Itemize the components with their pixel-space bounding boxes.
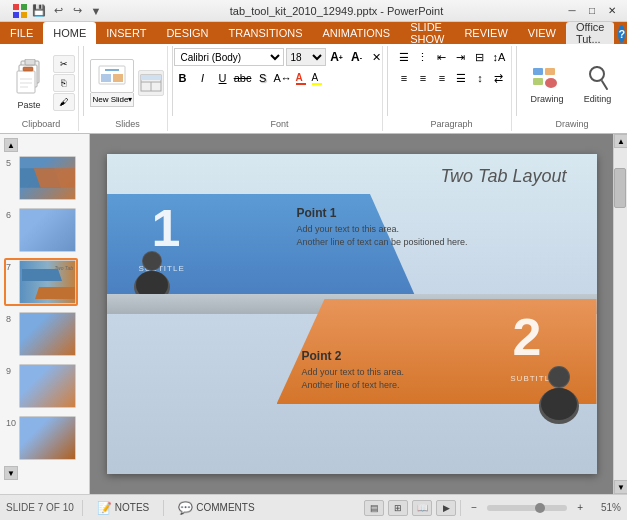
- tab-view[interactable]: VIEW: [518, 22, 566, 44]
- slide-thumb-7[interactable]: 7 Two Tab: [4, 258, 78, 306]
- undo-quick-btn[interactable]: ↩: [50, 3, 66, 19]
- tab2-figure: [532, 364, 587, 429]
- point2-line2: Another line of text here.: [302, 379, 405, 392]
- maximize-btn[interactable]: □: [583, 3, 601, 19]
- slide-thumb-5[interactable]: 5: [4, 154, 78, 202]
- clipboard-label: Clipboard: [22, 117, 61, 129]
- tab-slideshow[interactable]: SLIDE SHOW: [400, 22, 454, 44]
- slideshow-btn[interactable]: ▶: [436, 500, 456, 516]
- svg-rect-20: [533, 68, 543, 75]
- font-label: Font: [271, 117, 289, 129]
- shadow-btn[interactable]: S: [254, 69, 272, 87]
- italic-btn[interactable]: I: [194, 69, 212, 87]
- svg-rect-14: [101, 74, 111, 82]
- vscroll-down[interactable]: ▼: [614, 480, 627, 494]
- quick-access-toolbar: 💾 ↩ ↪ ▼: [6, 3, 110, 19]
- zoom-out-btn[interactable]: −: [465, 501, 483, 514]
- justify-btn[interactable]: ☰: [452, 69, 470, 87]
- redo-quick-btn[interactable]: ↪: [69, 3, 85, 19]
- customize-quick-btn[interactable]: ▼: [88, 3, 104, 19]
- vscroll-track[interactable]: [614, 148, 627, 480]
- underline-btn[interactable]: U: [214, 69, 232, 87]
- tab-design[interactable]: DESIGN: [156, 22, 218, 44]
- para-row-1: ☰ ⋮ ⇤ ⇥ ⊟ ↕A: [395, 48, 508, 66]
- tab-office[interactable]: Office Tut...: [566, 22, 615, 44]
- clear-format-btn[interactable]: ✕: [368, 48, 386, 66]
- panel-scroll-down[interactable]: ▼: [4, 466, 18, 480]
- notes-btn[interactable]: 📝 NOTES: [91, 500, 155, 516]
- tab-file[interactable]: FILE: [0, 22, 43, 44]
- close-btn[interactable]: ✕: [603, 3, 621, 19]
- columns-btn[interactable]: ⊟: [471, 48, 489, 66]
- tab-insert[interactable]: INSERT: [96, 22, 156, 44]
- font-color-btn[interactable]: A: [296, 72, 306, 85]
- align-center-btn[interactable]: ≡: [414, 69, 432, 87]
- zoom-thumb[interactable]: [535, 503, 545, 513]
- bold-btn[interactable]: B: [174, 69, 192, 87]
- tab-animations[interactable]: ANIMATIONS: [313, 22, 401, 44]
- slide-thumb-6[interactable]: 6: [4, 206, 78, 254]
- numbering-btn[interactable]: ⋮: [414, 48, 432, 66]
- cut-btn[interactable]: ✂: [53, 55, 75, 73]
- status-divider-2: [163, 500, 164, 516]
- slides-label: Slides: [115, 117, 140, 129]
- minimize-btn[interactable]: ─: [563, 3, 581, 19]
- slides-content: New Slide ▾: [90, 48, 164, 117]
- slide-thumb-9[interactable]: 9: [4, 362, 78, 410]
- svg-point-35: [549, 367, 569, 387]
- strikethrough-btn[interactable]: abc: [234, 69, 252, 87]
- drawing-btn[interactable]: Drawing: [522, 58, 571, 108]
- slide-thumb-10[interactable]: 10: [4, 414, 78, 462]
- copy-btn[interactable]: ⎘: [53, 74, 75, 92]
- font-name-select[interactable]: Calibri (Body): [174, 48, 284, 66]
- align-right-btn[interactable]: ≡: [433, 69, 451, 87]
- text-highlight-btn[interactable]: A: [312, 72, 322, 85]
- normal-view-btn[interactable]: ▤: [364, 500, 384, 516]
- ribbon-tabs: FILE HOME INSERT DESIGN TRANSITIONS ANIM…: [0, 22, 627, 44]
- layout-btn[interactable]: [138, 70, 164, 96]
- shrink-font-btn[interactable]: A-: [348, 48, 366, 66]
- text-direction-btn[interactable]: ↕A: [490, 48, 508, 66]
- bullets-btn[interactable]: ☰: [395, 48, 413, 66]
- save-quick-btn[interactable]: 💾: [31, 3, 47, 19]
- svg-rect-15: [113, 74, 123, 82]
- slide-thumb-8[interactable]: 8: [4, 310, 78, 358]
- zoom-in-btn[interactable]: +: [571, 501, 589, 514]
- ribbon-group-clipboard: Paste ✂ ⎘ 🖌 Clipboard: [4, 46, 79, 131]
- font-size-select[interactable]: 18: [286, 48, 326, 66]
- align-left-btn[interactable]: ≡: [395, 69, 413, 87]
- new-slide-dropdown[interactable]: New Slide ▾: [90, 93, 134, 107]
- zoom-slider[interactable]: [487, 505, 567, 511]
- decrease-indent-btn[interactable]: ⇤: [433, 48, 451, 66]
- comments-btn[interactable]: 💬 COMMENTS: [172, 500, 260, 516]
- editing-btn[interactable]: Editing: [573, 58, 621, 108]
- font-row-1: Calibri (Body) 18 A+ A- ✕: [174, 48, 386, 66]
- para-row-2: ≡ ≡ ≡ ☰ ↕ ⇄: [395, 69, 508, 87]
- new-slide-btn[interactable]: New Slide ▾: [90, 59, 134, 107]
- paste-btn[interactable]: Paste: [7, 54, 51, 112]
- new-slide-icon[interactable]: [90, 59, 134, 93]
- vscroll-thumb[interactable]: [614, 168, 626, 208]
- tab-review[interactable]: REVIEW: [454, 22, 517, 44]
- tab-transitions[interactable]: TRANSITIONS: [219, 22, 313, 44]
- tab-home[interactable]: HOME: [43, 22, 96, 44]
- help-btn[interactable]: ?: [618, 25, 625, 43]
- point1-text-area: Point 1 Add your text to this area. Anot…: [297, 206, 468, 248]
- slide-panel: ▲ 5 6 7 Two Tab: [0, 134, 90, 494]
- grow-font-btn[interactable]: A+: [328, 48, 346, 66]
- spacing-btn[interactable]: A↔: [274, 69, 292, 87]
- svg-point-36: [541, 388, 577, 420]
- increase-indent-btn[interactable]: ⇥: [452, 48, 470, 66]
- ribbon-group-paragraph: ☰ ⋮ ⇤ ⇥ ⊟ ↕A ≡ ≡ ≡ ☰ ↕ ⇄ Paragraph: [392, 46, 512, 131]
- convert-smartart-btn[interactable]: ⇄: [490, 69, 508, 87]
- tab1-number: 1: [152, 202, 181, 254]
- slide-num-7: 7: [6, 260, 16, 272]
- comments-icon: 💬: [178, 501, 193, 515]
- status-divider-1: [82, 500, 83, 516]
- slide-sorter-btn[interactable]: ⊞: [388, 500, 408, 516]
- format-painter-btn[interactable]: 🖌: [53, 93, 75, 111]
- line-spacing-btn[interactable]: ↕: [471, 69, 489, 87]
- panel-scroll-up[interactable]: ▲: [4, 138, 18, 152]
- vscroll-up[interactable]: ▲: [614, 134, 627, 148]
- reading-view-btn[interactable]: 📖: [412, 500, 432, 516]
